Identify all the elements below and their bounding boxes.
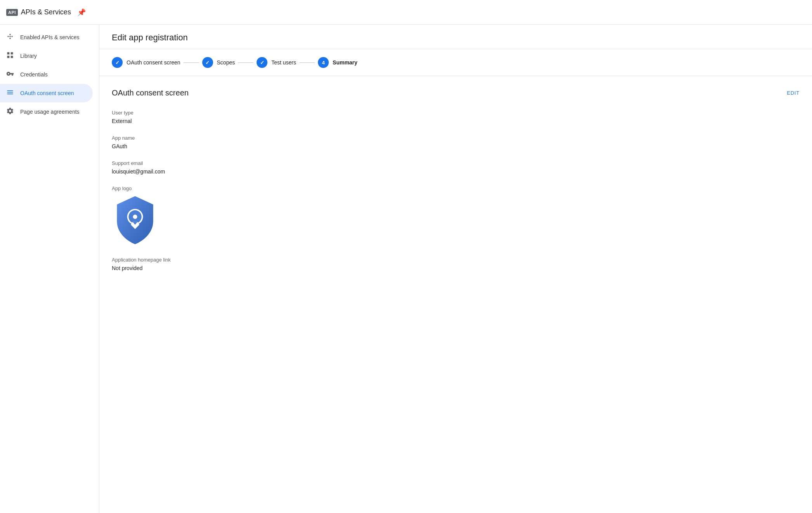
svg-point-4 (9, 38, 10, 39)
app-name-field: App name GAuth (112, 135, 800, 149)
svg-point-0 (9, 36, 10, 37)
step-2-circle: ✓ (202, 57, 213, 68)
svg-point-3 (9, 34, 10, 35)
sidebar-item-library-label: Library (20, 53, 37, 59)
step-1-circle: ✓ (112, 57, 123, 68)
step-oauth-consent: ✓ OAuth consent screen (112, 57, 180, 68)
sidebar-item-credentials[interactable]: Credentials (0, 65, 93, 84)
connector-3 (299, 62, 315, 63)
step-2-checkmark: ✓ (205, 60, 210, 66)
oauth-consent-icon (6, 88, 14, 98)
sidebar-item-enabled-apis-label: Enabled APIs & services (20, 34, 80, 40)
app-homepage-field: Application homepage link Not provided (112, 257, 800, 271)
app-homepage-value: Not provided (112, 265, 800, 271)
api-badge: API (6, 9, 18, 16)
section-header: OAuth consent screen EDIT (112, 88, 800, 97)
user-type-field: User type External (112, 110, 800, 124)
step-scopes: ✓ Scopes (202, 57, 235, 68)
api-logo: API APIs & Services 📌 (6, 8, 86, 17)
user-type-label: User type (112, 110, 800, 116)
stepper: ✓ OAuth consent screen ✓ Scopes ✓ Test u… (99, 49, 812, 76)
sidebar-item-oauth-consent-label: OAuth consent screen (20, 90, 74, 96)
step-3-label: Test users (271, 59, 296, 66)
page-title: Edit app registration (112, 33, 800, 43)
app-homepage-label: Application homepage link (112, 257, 800, 263)
support-email-label: Support email (112, 160, 800, 166)
connector-2 (238, 62, 253, 63)
connector-1 (184, 62, 199, 63)
app-name-label: App name (112, 135, 800, 141)
layout: Enabled APIs & services Library Credenti… (0, 25, 812, 513)
svg-point-2 (11, 36, 12, 37)
step-1-checkmark: ✓ (115, 60, 120, 66)
step-2-label: Scopes (217, 59, 235, 66)
sidebar-item-page-usage[interactable]: Page usage agreements (0, 102, 93, 121)
app-name-value: GAuth (112, 143, 800, 149)
page-usage-icon (6, 107, 14, 117)
oauth-section-title: OAuth consent screen (112, 88, 189, 97)
step-1-label: OAuth consent screen (127, 59, 180, 66)
app-logo-container (112, 194, 800, 246)
user-type-value: External (112, 118, 800, 124)
step-4-circle: 4 (318, 57, 329, 68)
step-3-circle: ✓ (257, 57, 267, 68)
sidebar-item-credentials-label: Credentials (20, 71, 48, 78)
content-area: OAuth consent screen EDIT User type Exte… (99, 76, 812, 295)
enabled-apis-icon (6, 33, 14, 42)
step-3-checkmark: ✓ (260, 60, 264, 66)
app-logo-image (112, 194, 158, 245)
svg-point-11 (133, 215, 137, 219)
apis-services-title: APIs & Services (21, 8, 71, 16)
pin-icon: 📌 (77, 8, 86, 17)
step-summary: 4 Summary (318, 57, 357, 68)
sidebar-item-oauth-consent[interactable]: OAuth consent screen (0, 84, 93, 102)
sidebar-item-enabled-apis[interactable]: Enabled APIs & services (0, 28, 93, 47)
svg-rect-8 (11, 55, 13, 58)
step-4-label: Summary (333, 59, 357, 66)
sidebar: Enabled APIs & services Library Credenti… (0, 25, 99, 513)
step-4-number: 4 (322, 60, 324, 66)
app-logo-label: App logo (112, 185, 800, 191)
sidebar-item-library[interactable]: Library (0, 47, 93, 65)
library-icon (6, 51, 14, 61)
support-email-value: louisquiet@gmail.com (112, 168, 800, 175)
top-header: API APIs & Services 📌 (0, 0, 812, 25)
svg-rect-7 (7, 55, 10, 58)
svg-point-1 (7, 36, 9, 37)
svg-rect-6 (11, 52, 13, 54)
app-logo-field: App logo (112, 185, 800, 246)
step-test-users: ✓ Test users (257, 57, 296, 68)
main-content: Edit app registration ✓ OAuth consent sc… (99, 25, 812, 513)
credentials-icon (6, 70, 14, 80)
support-email-field: Support email louisquiet@gmail.com (112, 160, 800, 175)
sidebar-item-page-usage-label: Page usage agreements (20, 109, 80, 115)
page-header: Edit app registration (99, 25, 812, 49)
svg-rect-5 (7, 52, 10, 54)
edit-button[interactable]: EDIT (787, 90, 800, 96)
